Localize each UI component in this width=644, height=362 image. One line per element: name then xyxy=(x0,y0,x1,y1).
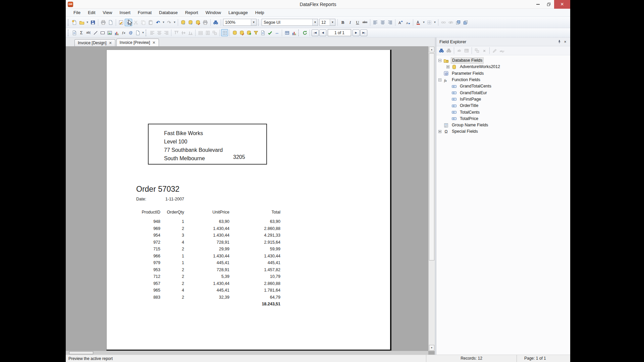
copy-button[interactable] xyxy=(140,19,147,26)
same-height-button[interactable] xyxy=(204,29,211,36)
font-name-combo[interactable]: Segoe UI▼ xyxy=(262,19,318,26)
insert-subreport-button[interactable] xyxy=(134,29,141,36)
group-expert-button[interactable] xyxy=(238,29,245,36)
insert-subreport-button-dropdown[interactable]: ▼ xyxy=(141,29,145,37)
insert-chart-button[interactable] xyxy=(113,29,120,36)
menu-view[interactable]: View xyxy=(99,9,116,17)
align-centers-button[interactable] xyxy=(156,29,163,36)
tree-item-isfirstpage[interactable]: IsFirstPage xyxy=(437,96,570,103)
format-expert-button[interactable] xyxy=(266,29,273,36)
edit-field-button[interactable] xyxy=(491,47,498,54)
menu-window[interactable]: Window xyxy=(202,9,225,17)
borders-button[interactable] xyxy=(426,19,433,26)
lock-button[interactable] xyxy=(440,19,447,26)
menu-report[interactable]: Report xyxy=(181,9,202,17)
menu-database[interactable]: Database xyxy=(155,9,181,17)
chart-options-button[interactable] xyxy=(290,29,298,36)
save-report-button[interactable] xyxy=(89,19,97,26)
scroll-up-button[interactable]: ▲ xyxy=(429,47,434,52)
font-color-button[interactable]: A xyxy=(415,19,422,26)
send-to-back-button[interactable] xyxy=(462,19,469,26)
same-width-button[interactable] xyxy=(197,29,204,36)
running-total-button[interactable] xyxy=(245,29,252,36)
browse-data-button[interactable] xyxy=(463,47,470,54)
font-size-combo[interactable]: 12▼ xyxy=(319,19,335,26)
prev-page-button[interactable]: ◀ xyxy=(319,29,326,36)
minimize-button[interactable] xyxy=(533,0,543,9)
tab-close-icon[interactable]: ✕ xyxy=(152,41,155,45)
tree-item-adventureworks2012[interactable]: AdventureWorks2012 xyxy=(437,64,570,70)
align-left-button[interactable] xyxy=(372,19,379,26)
page-setup-button[interactable] xyxy=(202,19,209,26)
tree-item-totalcents[interactable]: TotalCents xyxy=(437,109,570,115)
tree-item-database-fields[interactable]: Database Fields xyxy=(437,57,570,64)
insert-summary-button[interactable]: Σ xyxy=(78,29,85,36)
bold-button[interactable]: B xyxy=(339,19,346,26)
align-left-edges-button[interactable] xyxy=(149,29,156,36)
borders-button-dropdown[interactable]: ▼ xyxy=(433,19,437,26)
open-report-button-dropdown[interactable]: ▼ xyxy=(86,19,89,26)
section-expert-button[interactable] xyxy=(259,29,266,36)
export-button[interactable] xyxy=(107,19,114,26)
insert-box-button[interactable] xyxy=(99,29,106,36)
sort-records-button[interactable] xyxy=(231,29,238,36)
menu-format[interactable]: Format xyxy=(134,9,155,17)
database-setup-button[interactable] xyxy=(194,19,202,26)
menu-edit[interactable]: Edit xyxy=(84,9,99,17)
next-page-button[interactable]: ▶ xyxy=(353,29,360,36)
align-bottoms-button[interactable] xyxy=(187,29,194,36)
print-button[interactable] xyxy=(100,19,107,26)
paste-button[interactable] xyxy=(147,19,154,26)
horizontal-scrollbar[interactable] xyxy=(66,351,428,355)
vertical-scroll-thumb[interactable] xyxy=(429,53,434,260)
menu-insert[interactable]: Insert xyxy=(116,9,134,17)
same-size-button[interactable] xyxy=(211,29,218,36)
expand-icon[interactable] xyxy=(438,130,441,133)
find-field-button[interactable] xyxy=(438,47,445,54)
tree-item-function-fields[interactable]: fxFunction Fields xyxy=(437,77,570,83)
shrink-font-button[interactable]: A xyxy=(404,19,412,26)
refresh-data-button[interactable] xyxy=(301,29,308,36)
show-grid-button[interactable] xyxy=(283,29,290,36)
grow-font-button[interactable]: A xyxy=(397,19,404,26)
menu-help[interactable]: Help xyxy=(252,9,268,17)
tree-item-parameter-fields[interactable]: @Parameter Fields xyxy=(437,70,570,77)
delete-field-button[interactable]: × xyxy=(481,47,488,54)
rename-button[interactable]: ab xyxy=(498,47,506,54)
pin-panel-button[interactable] xyxy=(556,39,562,45)
strikeout-button[interactable]: abc xyxy=(361,19,369,26)
find-next-button[interactable] xyxy=(445,47,452,54)
tab-invoice-design[interactable]: Invoice [Design]✕ xyxy=(74,39,115,46)
horizontal-scroll-thumb[interactable] xyxy=(69,351,93,354)
scroll-down-button[interactable]: ▼ xyxy=(429,345,434,351)
open-report-button[interactable] xyxy=(78,19,86,26)
last-page-button[interactable]: ▶| xyxy=(360,29,367,36)
preview-mode-button[interactable] xyxy=(125,19,132,26)
align-tops-button[interactable] xyxy=(173,29,180,36)
undo-button-dropdown[interactable]: ▼ xyxy=(162,19,165,26)
undo-button[interactable]: ↶ xyxy=(154,19,162,26)
tree-item-grandtotaleur[interactable]: GrandTotalEur xyxy=(437,89,570,96)
link-expert-button[interactable]: ↔ xyxy=(273,29,280,36)
properties-button[interactable] xyxy=(71,29,78,36)
chevron-down-icon[interactable]: ▼ xyxy=(330,19,335,25)
tree-item-grandtotalcents[interactable]: GrandTotalCents xyxy=(437,83,570,89)
close-button[interactable]: ✕ xyxy=(554,0,570,9)
vertical-scrollbar[interactable]: ▲ ▼ xyxy=(428,46,435,351)
align-middles-button[interactable] xyxy=(180,29,187,36)
tree-item-totalprice[interactable]: TotalPrice xyxy=(437,116,570,122)
chevron-down-icon[interactable]: ▼ xyxy=(312,19,318,25)
restore-button[interactable] xyxy=(543,0,554,9)
insert-picture-button[interactable] xyxy=(106,29,113,36)
collapse-icon[interactable] xyxy=(438,78,441,81)
insert-function-button[interactable]: ƒx xyxy=(120,29,127,36)
insert-text-button[interactable]: ab| xyxy=(85,29,92,36)
new-report-button[interactable] xyxy=(71,19,78,26)
menu-language[interactable]: Language xyxy=(225,9,252,17)
unlock-button[interactable] xyxy=(447,19,454,26)
chevron-down-icon[interactable]: ▼ xyxy=(251,19,256,25)
align-center-button[interactable] xyxy=(379,19,386,26)
cut-button[interactable] xyxy=(132,19,140,26)
align-right-button[interactable] xyxy=(386,19,394,26)
align-right-edges-button[interactable] xyxy=(163,29,170,36)
